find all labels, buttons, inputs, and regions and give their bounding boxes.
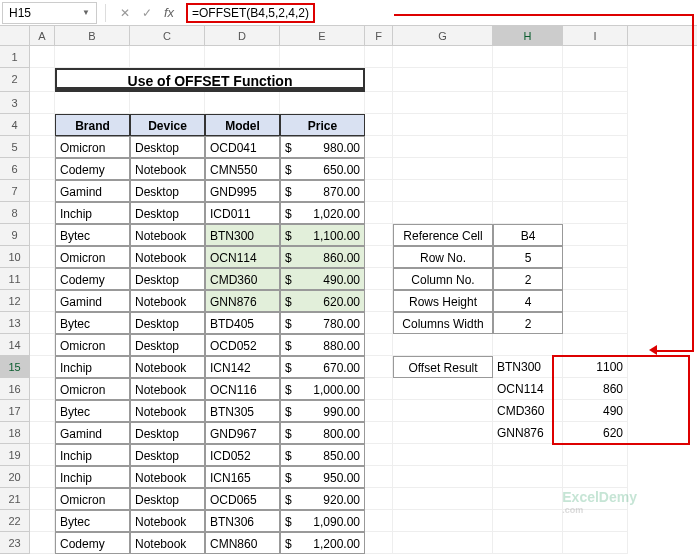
model-cell: BTN300	[205, 224, 280, 246]
cells-area[interactable]: Use of OFFSET Function Brand Device Mode…	[30, 46, 697, 554]
table-row: Omicron Desktop OCD052 $880.00	[30, 334, 697, 356]
model-cell: BTN306	[205, 510, 280, 532]
check-icon[interactable]: ✓	[139, 6, 155, 20]
table-header: Price	[280, 114, 365, 136]
row-header[interactable]: 23	[0, 532, 30, 554]
brand-cell: Inchip	[55, 444, 130, 466]
device-cell: Desktop	[130, 334, 205, 356]
row-header[interactable]: 18	[0, 422, 30, 444]
row-header[interactable]: 20	[0, 466, 30, 488]
chevron-down-icon[interactable]: ▼	[82, 8, 90, 17]
ref-label: Reference Cell	[393, 224, 493, 246]
row-header[interactable]: 16	[0, 378, 30, 400]
row-header[interactable]: 14	[0, 334, 30, 356]
table-row: Bytec Desktop BTD405 $780.00 Columns Wid…	[30, 312, 697, 334]
col-header[interactable]: E	[280, 26, 365, 45]
device-cell: Desktop	[130, 268, 205, 290]
ref-label: Column No.	[393, 268, 493, 290]
row-header[interactable]: 21	[0, 488, 30, 510]
table-header: Model	[205, 114, 280, 136]
price-cell: $1,100.00	[280, 224, 365, 246]
brand-cell: Bytec	[55, 312, 130, 334]
brand-cell: Gamind	[55, 422, 130, 444]
ref-value: 2	[493, 268, 563, 290]
select-all-corner[interactable]	[0, 26, 30, 46]
model-cell: ICD011	[205, 202, 280, 224]
fx-icon[interactable]: fx	[161, 5, 177, 20]
col-header[interactable]: H	[493, 26, 563, 45]
table-row: Codemy Notebook CMN860 $1,200.00	[30, 532, 697, 554]
device-cell: Desktop	[130, 488, 205, 510]
model-cell: OCN116	[205, 378, 280, 400]
spreadsheet-grid: A B C D E F G H I 1234567891011121314151…	[0, 26, 697, 46]
brand-cell: Gamind	[55, 290, 130, 312]
price-cell: $980.00	[280, 136, 365, 158]
row-header[interactable]: 15	[0, 356, 30, 378]
row-header[interactable]: 8	[0, 202, 30, 224]
table-header: Device	[130, 114, 205, 136]
device-cell: Desktop	[130, 180, 205, 202]
brand-cell: Inchip	[55, 466, 130, 488]
table-row: Omicron Desktop OCD041 $980.00	[30, 136, 697, 158]
row-header[interactable]: 5	[0, 136, 30, 158]
price-cell: $1,020.00	[280, 202, 365, 224]
device-cell: Desktop	[130, 312, 205, 334]
cancel-icon[interactable]: ✕	[117, 6, 133, 20]
price-cell: $950.00	[280, 466, 365, 488]
price-cell: $670.00	[280, 356, 365, 378]
brand-cell: Codemy	[55, 158, 130, 180]
watermark: ExcelDemy.com	[562, 489, 637, 515]
model-cell: OCD041	[205, 136, 280, 158]
row-header[interactable]: 17	[0, 400, 30, 422]
device-cell: Notebook	[130, 378, 205, 400]
row-header[interactable]: 9	[0, 224, 30, 246]
price-cell: $1,090.00	[280, 510, 365, 532]
col-header[interactable]: C	[130, 26, 205, 45]
row-header[interactable]: 12	[0, 290, 30, 312]
device-cell: Desktop	[130, 444, 205, 466]
col-header[interactable]: A	[30, 26, 55, 45]
price-cell: $920.00	[280, 488, 365, 510]
device-cell: Notebook	[130, 532, 205, 554]
ref-label: Rows Height	[393, 290, 493, 312]
device-cell: Desktop	[130, 136, 205, 158]
model-cell: OCN114	[205, 246, 280, 268]
model-cell: CMN550	[205, 158, 280, 180]
row-header[interactable]: 22	[0, 510, 30, 532]
row-header[interactable]: 11	[0, 268, 30, 290]
row-header[interactable]: 19	[0, 444, 30, 466]
row-header[interactable]: 4	[0, 114, 30, 136]
col-header[interactable]: F	[365, 26, 393, 45]
table-row: Inchip Desktop ICD052 $850.00	[30, 444, 697, 466]
brand-cell: Omicron	[55, 246, 130, 268]
name-box[interactable]: H15 ▼	[2, 2, 97, 24]
row-header[interactable]: 6	[0, 158, 30, 180]
row-header[interactable]: 3	[0, 92, 30, 114]
watermark-sub: .com	[562, 505, 637, 515]
price-cell: $800.00	[280, 422, 365, 444]
col-header[interactable]: I	[563, 26, 628, 45]
brand-cell: Inchip	[55, 202, 130, 224]
table-row: Bytec Notebook BTN300 $1,100.00 Referenc…	[30, 224, 697, 246]
row-header[interactable]: 7	[0, 180, 30, 202]
row-header[interactable]: 13	[0, 312, 30, 334]
col-header[interactable]: D	[205, 26, 280, 45]
row-header[interactable]: 1	[0, 46, 30, 68]
brand-cell: Omicron	[55, 136, 130, 158]
arrow-line	[653, 350, 694, 352]
formula-input[interactable]: =OFFSET(B4,5,2,4,2)	[180, 3, 697, 23]
col-header[interactable]: G	[393, 26, 493, 45]
price-cell: $780.00	[280, 312, 365, 334]
model-cell: GNN876	[205, 290, 280, 312]
device-cell: Notebook	[130, 290, 205, 312]
row-header[interactable]: 2	[0, 68, 30, 92]
col-header[interactable]: B	[55, 26, 130, 45]
price-cell: $1,200.00	[280, 532, 365, 554]
model-cell: ICD052	[205, 444, 280, 466]
model-cell: GND967	[205, 422, 280, 444]
row-header[interactable]: 10	[0, 246, 30, 268]
price-cell: $620.00	[280, 290, 365, 312]
price-cell: $860.00	[280, 246, 365, 268]
formula-bar: H15 ▼ ✕ ✓ fx =OFFSET(B4,5,2,4,2)	[0, 0, 697, 26]
brand-cell: Omicron	[55, 488, 130, 510]
